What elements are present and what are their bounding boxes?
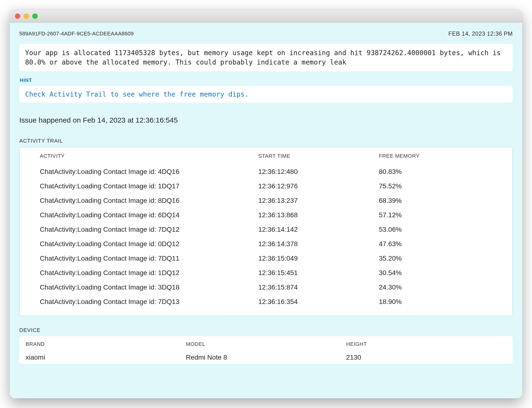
device-height: 2130	[346, 354, 506, 361]
cell-free-memory: 53.06%	[379, 226, 492, 233]
cell-activity: ChatActivity:Loading Contact Image id: 4…	[40, 168, 258, 176]
table-row: ChatActivity:Loading Contact Image id: 4…	[30, 164, 502, 179]
col-brand: BRAND	[26, 341, 186, 354]
window-minimize-button[interactable]	[24, 14, 29, 19]
cell-start-time: 12:36:13:237	[258, 197, 379, 204]
app-window: 589A91FD-2607-4ADF-9CE5-ACDEEAAA8609 FEB…	[10, 10, 522, 398]
window-maximize-button[interactable]	[32, 14, 38, 19]
device-model: Redmi Note 8	[186, 354, 346, 361]
content-area: 589A91FD-2607-4ADF-9CE5-ACDEEAAA8609 FEB…	[10, 23, 522, 398]
col-activity: ACTIVITY	[40, 153, 258, 159]
cell-activity: ChatActivity:Loading Contact Image id: 0…	[40, 240, 258, 248]
cell-start-time: 12:36:14:142	[258, 226, 379, 233]
cell-activity: ChatActivity:Loading Contact Image id: 6…	[40, 211, 258, 219]
cell-free-memory: 75.52%	[379, 182, 492, 190]
cell-free-memory: 24.30%	[379, 283, 492, 291]
cell-start-time: 12:36:16:354	[258, 298, 379, 306]
cell-free-memory: 57.12%	[379, 211, 492, 219]
cell-free-memory: 80.83%	[379, 168, 492, 176]
cell-activity: ChatActivity:Loading Contact Image id: 7…	[40, 255, 258, 262]
window-close-button[interactable]	[15, 14, 20, 19]
cell-start-time: 12:36:15:451	[258, 269, 379, 277]
cell-start-time: 12:36:12:480	[258, 168, 379, 176]
device-label: DEVICE	[19, 327, 513, 333]
cell-start-time: 12:36:14:378	[258, 240, 379, 248]
cell-free-memory: 47.63%	[379, 240, 492, 248]
cell-activity: ChatActivity:Loading Contact Image id: 7…	[40, 298, 258, 306]
table-row: ChatActivity:Loading Contact Image id: 3…	[30, 280, 502, 295]
cell-start-time: 12:36:13:868	[258, 211, 379, 219]
cell-activity: ChatActivity:Loading Contact Image id: 1…	[40, 269, 258, 277]
table-row: ChatActivity:Loading Contact Image id: 7…	[30, 251, 502, 266]
activity-trail-header: ACTIVITY START TIME FREE MEMORY	[30, 151, 502, 164]
table-row: ChatActivity:Loading Contact Image id: 8…	[30, 193, 502, 208]
issue-message: Your app is allocated 1173405328 bytes, …	[19, 44, 513, 71]
cell-activity: ChatActivity:Loading Contact Image id: 8…	[40, 197, 258, 204]
col-free-memory: FREE MEMORY	[379, 153, 492, 159]
cell-free-memory: 30.54%	[379, 269, 492, 277]
col-model: MODEL	[186, 341, 346, 354]
cell-start-time: 12:36:15:874	[258, 283, 379, 291]
table-row: ChatActivity:Loading Contact Image id: 1…	[30, 266, 502, 280]
report-header: 589A91FD-2607-4ADF-9CE5-ACDEEAAA8609 FEB…	[19, 30, 513, 37]
table-row: ChatActivity:Loading Contact Image id: 7…	[30, 295, 502, 309]
table-row: ChatActivity:Loading Contact Image id: 7…	[30, 222, 502, 237]
activity-trail-body: ChatActivity:Loading Contact Image id: 4…	[30, 164, 502, 309]
table-row: ChatActivity:Loading Contact Image id: 1…	[30, 179, 502, 193]
report-uuid: 589A91FD-2607-4ADF-9CE5-ACDEEAAA8609	[19, 31, 133, 37]
table-row: ChatActivity:Loading Contact Image id: 6…	[30, 208, 502, 222]
cell-start-time: 12:36:12:976	[258, 182, 379, 190]
cell-activity: ChatActivity:Loading Contact Image id: 7…	[40, 226, 258, 233]
hint-message: Check Activity Trail to see where the fr…	[19, 86, 513, 102]
device-panel: BRAND MODEL HEIGHT xiaomi Redmi Note 8 2…	[19, 336, 513, 364]
activity-trail-panel: ACTIVITY START TIME FREE MEMORY ChatActi…	[19, 147, 513, 316]
titlebar	[10, 10, 522, 23]
col-start-time: START TIME	[258, 153, 379, 159]
device-brand: xiaomi	[26, 354, 186, 361]
hint-label: HINT	[20, 77, 513, 83]
cell-activity: ChatActivity:Loading Contact Image id: 1…	[40, 182, 258, 190]
cell-free-memory: 35.20%	[379, 255, 492, 262]
cell-free-memory: 18.90%	[379, 298, 492, 306]
cell-start-time: 12:36:15:049	[258, 255, 379, 262]
issue-happened-line: Issue happened on Feb 14, 2023 at 12:36:…	[19, 116, 513, 124]
activity-trail-label: ACTIVITY TRAIL	[19, 138, 513, 144]
col-height: HEIGHT	[346, 341, 506, 354]
table-row: ChatActivity:Loading Contact Image id: 0…	[30, 237, 502, 251]
cell-free-memory: 68.39%	[379, 197, 492, 204]
cell-activity: ChatActivity:Loading Contact Image id: 3…	[40, 283, 258, 291]
report-timestamp: FEB 14, 2023 12:36 PM	[448, 30, 513, 37]
